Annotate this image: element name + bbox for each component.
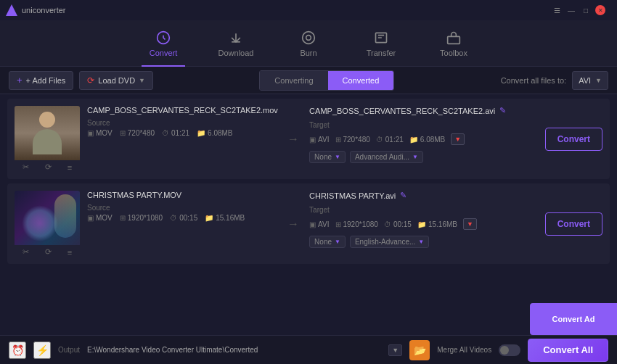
bottom-bar: ⏰ ⚡ Output E:\Wondershare Video Converte… bbox=[0, 335, 617, 364]
size-icon-1: 📁 bbox=[197, 129, 205, 137]
tab-group: Converting Converted bbox=[259, 70, 394, 91]
subtitle-select-1[interactable]: None ▼ bbox=[309, 151, 346, 163]
convert-all-label: Convert all files to: bbox=[501, 76, 566, 85]
sub-options-2: None ▼ English-Advance... ▼ bbox=[309, 236, 538, 248]
target-name-1: CAMP_BOSS_CERVANTES_RECK_SC2TAKE2.avi bbox=[309, 107, 495, 115]
convert-button-1[interactable]: Convert bbox=[545, 128, 602, 151]
scissors-button-2[interactable]: ✂ bbox=[23, 247, 29, 257]
waveform-button-1[interactable]: ⟳ bbox=[45, 162, 52, 172]
nav-toolbox[interactable]: Toolbox bbox=[417, 20, 490, 67]
svg-point-2 bbox=[306, 35, 311, 40]
sliders-button-2[interactable]: ≡ bbox=[68, 247, 72, 257]
edit-icon-2[interactable]: ✎ bbox=[400, 191, 406, 200]
file-thumbnail-1: ✂ ⟳ ≡ bbox=[15, 106, 80, 172]
t-size-icon-1: 📁 bbox=[409, 136, 418, 144]
minimize-restore-icon[interactable]: □ bbox=[581, 5, 591, 15]
format-icon-2: ▣ bbox=[87, 214, 94, 222]
open-folder-button[interactable]: 📂 bbox=[409, 340, 430, 360]
file-name-2: CHRISTMAS PARTY.MOV bbox=[87, 191, 277, 199]
tab-converted[interactable]: Converted bbox=[328, 71, 394, 90]
t-res-icon-1: ⊞ bbox=[335, 136, 341, 144]
nav-burn[interactable]: Burn bbox=[272, 20, 345, 67]
target-meta-row-2: ▣ AVI ⊞ 1920*1080 ⏱ 00:15 📁 15.16MB ▼ bbox=[309, 218, 538, 230]
source-dur-1: ⏱ 01:21 bbox=[162, 129, 189, 137]
target-section-1: CAMP_BOSS_CERVANTES_RECK_SC2TAKE2.avi ✎ … bbox=[309, 106, 538, 172]
source-res-2: ⊞ 1920*1080 bbox=[120, 214, 163, 222]
file-thumbnail-2: ✂ ⟳ ≡ bbox=[15, 191, 80, 257]
target-name-row-2: CHRISTMAS PARTY.avi ✎ bbox=[309, 191, 538, 200]
t-res-icon-2: ⊞ bbox=[335, 220, 341, 228]
toolbox-icon bbox=[446, 30, 462, 46]
dur-icon-1: ⏱ bbox=[162, 129, 169, 137]
lightning-button[interactable]: ⚡ bbox=[33, 342, 51, 359]
close-button[interactable]: ✕ bbox=[595, 5, 605, 15]
settings-icon[interactable]: — bbox=[566, 5, 576, 15]
transfer-icon bbox=[373, 30, 389, 46]
nav-toolbox-label: Toolbox bbox=[440, 49, 467, 57]
audio-arrow-1: ▼ bbox=[412, 154, 418, 160]
add-files-label: + Add Files bbox=[26, 76, 66, 85]
waveform-button-2[interactable]: ⟳ bbox=[45, 247, 52, 257]
source-size-1: 📁 6.08MB bbox=[197, 129, 232, 137]
file-row: ✂ ⟳ ≡ CAMP_BOSS_CERVANTES_RECK_SC2TAKE2.… bbox=[7, 99, 610, 179]
nav-transfer[interactable]: Transfer bbox=[345, 20, 417, 67]
load-dvd-label: Load DVD bbox=[98, 76, 135, 85]
format-dropdown-arrow: ▼ bbox=[595, 77, 602, 84]
nav-download[interactable]: Download bbox=[200, 20, 272, 67]
burn-icon bbox=[301, 30, 316, 46]
load-dvd-button[interactable]: ⟳ Load DVD ▼ bbox=[79, 71, 153, 90]
edit-icon-1[interactable]: ✎ bbox=[499, 106, 506, 115]
folder-icon: 📂 bbox=[414, 344, 426, 356]
dur-icon-2: ⏱ bbox=[170, 214, 177, 222]
svg-point-1 bbox=[303, 31, 315, 44]
app-title: uniconverter bbox=[22, 6, 66, 15]
dvd-dropdown-arrow[interactable]: ▼ bbox=[139, 77, 145, 84]
file-info-2: CHRISTMAS PARTY.MOV Source ▣ MOV ⊞ 1920*… bbox=[87, 191, 277, 257]
target-name-2: CHRISTMAS PARTY.avi bbox=[309, 191, 396, 200]
t-dur-icon-2: ⏱ bbox=[384, 220, 391, 228]
source-size-2: 📁 15.16MB bbox=[205, 214, 245, 222]
conversion-arrow-1: → bbox=[285, 106, 302, 172]
target-section-2: CHRISTMAS PARTY.avi ✎ Target ▣ AVI ⊞ 192… bbox=[309, 191, 538, 257]
target-size-1: 📁 6.08MB bbox=[409, 136, 445, 144]
scissors-button-1[interactable]: ✂ bbox=[23, 162, 29, 172]
format-select[interactable]: AVI ▼ bbox=[572, 71, 608, 90]
add-files-button[interactable]: + + Add Files bbox=[9, 71, 73, 90]
nav-transfer-label: Transfer bbox=[367, 49, 396, 57]
source-label-2: Source bbox=[87, 204, 277, 212]
clock-button[interactable]: ⏰ bbox=[9, 342, 26, 359]
target-label-2: Target bbox=[309, 206, 538, 214]
audio-select-1[interactable]: Advanced Audi... ▼ bbox=[350, 151, 423, 163]
nav-bar: Convert Download Burn Transfer bbox=[0, 20, 617, 67]
t-format-icon-1: ▣ bbox=[309, 136, 316, 144]
target-size-2: 📁 15.16MB bbox=[417, 220, 457, 228]
conversion-arrow-2: → bbox=[285, 191, 302, 257]
tab-converting[interactable]: Converting bbox=[260, 71, 327, 90]
sub-options-1: None ▼ Advanced Audi... ▼ bbox=[309, 151, 538, 163]
audio-arrow-2: ▼ bbox=[418, 239, 424, 245]
output-label: Output bbox=[58, 346, 80, 354]
ad-banner[interactable]: Convert Ad bbox=[530, 303, 617, 335]
target-format-dropdown-2[interactable]: ▼ bbox=[463, 218, 477, 230]
nav-convert[interactable]: Convert bbox=[127, 20, 200, 67]
convert-all-button[interactable]: Convert All bbox=[528, 339, 608, 362]
subtitle-select-2[interactable]: None ▼ bbox=[309, 236, 346, 248]
target-format-dropdown-1[interactable]: ▼ bbox=[451, 133, 465, 145]
merge-toggle[interactable] bbox=[499, 344, 520, 356]
svg-rect-4 bbox=[448, 36, 460, 44]
source-res-1: ⊞ 720*480 bbox=[120, 129, 155, 137]
audio-select-2[interactable]: English-Advance... ▼ bbox=[350, 236, 429, 248]
thumb-actions-2: ✂ ⟳ ≡ bbox=[15, 245, 80, 257]
menu-icon[interactable]: ☰ bbox=[552, 5, 562, 15]
file-row-2: ✂ ⟳ ≡ CHRISTMAS PARTY.MOV Source ▣ MOV ⊞… bbox=[7, 183, 610, 264]
size-icon-2: 📁 bbox=[205, 214, 213, 222]
target-format-1: ▣ AVI bbox=[309, 136, 329, 144]
convert-button-2[interactable]: Convert bbox=[545, 212, 602, 236]
toolbar: + + Add Files ⟳ Load DVD ▼ Converting Co… bbox=[0, 67, 617, 94]
file-info-1: CAMP_BOSS_CERVANTES_RECK_SC2TAKE2.mov So… bbox=[87, 106, 277, 172]
output-path-dropdown[interactable]: ▼ bbox=[388, 344, 402, 356]
source-format-2: ▣ MOV bbox=[87, 214, 113, 222]
title-bar-left: uniconverter bbox=[6, 4, 66, 16]
sliders-button-1[interactable]: ≡ bbox=[68, 162, 72, 172]
file-list: ✂ ⟳ ≡ CAMP_BOSS_CERVANTES_RECK_SC2TAKE2.… bbox=[0, 94, 617, 335]
